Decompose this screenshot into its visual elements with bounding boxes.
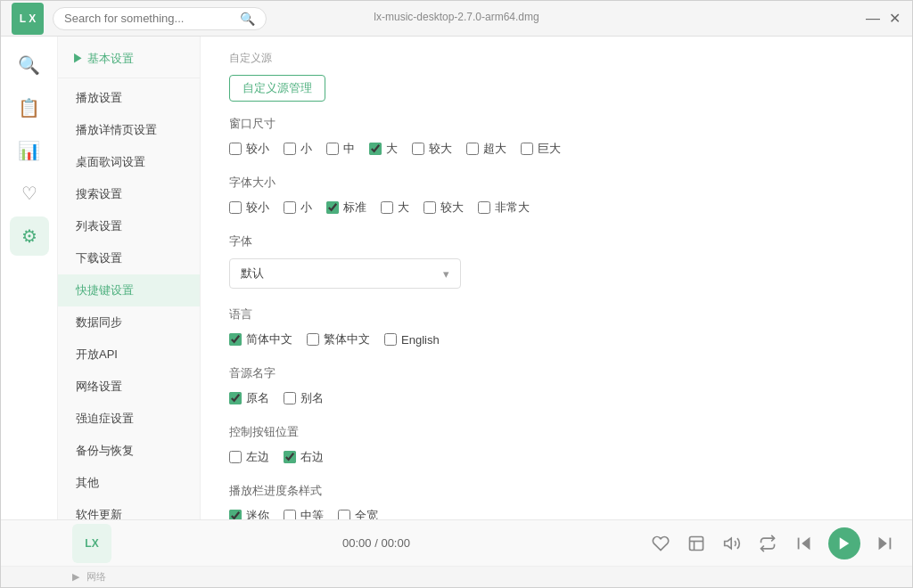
nav-item-sync[interactable]: 数据同步 bbox=[58, 306, 200, 339]
window-size-option-5[interactable]: 超大 bbox=[466, 141, 506, 157]
like-button[interactable] bbox=[648, 531, 673, 556]
font-size-option-4[interactable]: 较大 bbox=[424, 200, 464, 216]
nav-item-search[interactable]: 搜索设置 bbox=[58, 178, 200, 210]
font-size-cb-5[interactable] bbox=[478, 201, 490, 214]
nav-item-download[interactable]: 下载设置 bbox=[58, 242, 200, 274]
language-label: 语言 bbox=[229, 306, 884, 323]
close-button[interactable]: ✕ bbox=[887, 12, 901, 26]
control-position-cb-1[interactable] bbox=[284, 451, 296, 463]
language-option-0[interactable]: 简体中文 bbox=[229, 331, 292, 347]
custom-source-button[interactable]: 自定义源管理 bbox=[229, 75, 325, 102]
nav-item-desktop-lyrics[interactable]: 桌面歌词设置 bbox=[58, 146, 200, 178]
font-selected-value: 默认 bbox=[241, 265, 264, 282]
font-size-cb-2[interactable] bbox=[326, 201, 339, 214]
window-size-option-6[interactable]: 巨大 bbox=[521, 141, 561, 157]
sidebar-icon-chart[interactable]: 📊 bbox=[10, 131, 49, 170]
window-size-cb-4[interactable] bbox=[412, 143, 424, 155]
play-button[interactable] bbox=[828, 527, 860, 559]
control-position-options: 左边 右边 bbox=[229, 449, 884, 465]
window-size-option-1[interactable]: 小 bbox=[284, 141, 312, 157]
window-size-cb-3[interactable] bbox=[369, 143, 382, 155]
font-select[interactable]: 默认 ▾ bbox=[229, 258, 461, 289]
nav-group-title[interactable]: ▶ 基本设置 bbox=[58, 44, 200, 74]
language-option-2[interactable]: English bbox=[384, 333, 440, 347]
window-size-label: 窗口尺寸 bbox=[229, 116, 884, 132]
titlebar: L X 🔍 lx-music-desktop-2.7.0-arm64.dmg —… bbox=[1, 1, 912, 37]
sidebar-icon-search[interactable]: 🔍 bbox=[10, 45, 49, 85]
nav-item-list[interactable]: 列表设置 bbox=[58, 210, 200, 242]
nav-item-shortcut[interactable]: 快捷键设置 bbox=[58, 274, 200, 306]
language-option-1[interactable]: 繁体中文 bbox=[307, 331, 370, 347]
search-input[interactable] bbox=[64, 12, 234, 25]
repeat-button[interactable] bbox=[755, 531, 780, 556]
window-size-option-4[interactable]: 较大 bbox=[412, 141, 452, 157]
svg-rect-0 bbox=[690, 536, 703, 550]
prev-button[interactable] bbox=[791, 530, 818, 557]
nav-item-api[interactable]: 开放API bbox=[58, 339, 200, 371]
window-size-cb-6[interactable] bbox=[521, 143, 533, 155]
sidebar-icon-library[interactable]: 📋 bbox=[10, 88, 49, 127]
lyrics-button[interactable] bbox=[684, 531, 709, 556]
progress-bar-group: 播放栏进度条样式 迷你 中等 全宽 bbox=[229, 483, 884, 519]
source-name-option-1[interactable]: 别名 bbox=[284, 390, 324, 406]
svg-marker-7 bbox=[879, 536, 887, 550]
font-size-option-3[interactable]: 大 bbox=[381, 200, 409, 216]
font-size-option-0[interactable]: 较小 bbox=[229, 200, 269, 216]
nav-item-play[interactable]: 播放设置 bbox=[58, 82, 200, 114]
source-name-cb-0[interactable] bbox=[229, 392, 242, 404]
progress-bar-cb-2[interactable] bbox=[338, 510, 350, 519]
language-cb-0[interactable] bbox=[229, 333, 242, 346]
language-cb-2[interactable] bbox=[384, 333, 397, 346]
font-label: 字体 bbox=[229, 233, 884, 249]
window-size-option-3[interactable]: 大 bbox=[369, 141, 398, 157]
volume-button[interactable] bbox=[720, 531, 744, 556]
font-size-option-1[interactable]: 小 bbox=[284, 200, 312, 216]
progress-bar-option-0[interactable]: 迷你 bbox=[229, 508, 269, 519]
breadcrumb-network[interactable]: 网络 bbox=[86, 570, 106, 584]
window-size-options: 较小 小 中 大 较大 超大 巨大 bbox=[229, 141, 884, 157]
font-size-cb-3[interactable] bbox=[381, 201, 393, 214]
language-cb-1[interactable] bbox=[307, 333, 319, 346]
control-position-option-0[interactable]: 左边 bbox=[229, 449, 269, 465]
font-size-cb-4[interactable] bbox=[424, 201, 436, 214]
window-size-option-0[interactable]: 较小 bbox=[229, 141, 269, 157]
main-window: L X 🔍 lx-music-desktop-2.7.0-arm64.dmg —… bbox=[0, 0, 913, 588]
sidebar-icon-heart[interactable]: ♡ bbox=[10, 174, 49, 213]
window-size-option-2[interactable]: 中 bbox=[326, 141, 355, 157]
search-bar[interactable]: 🔍 bbox=[53, 7, 267, 30]
nav-item-update[interactable]: 软件更新 bbox=[58, 499, 200, 519]
font-size-option-2[interactable]: 标准 bbox=[326, 200, 366, 216]
settings-content: 自定义源 自定义源管理 窗口尺寸 较小 小 中 大 较大 超大 巨大 字体大小 bbox=[201, 37, 912, 519]
font-size-cb-0[interactable] bbox=[229, 201, 242, 214]
progress-bar-option-1[interactable]: 中等 bbox=[284, 508, 324, 519]
control-position-option-1[interactable]: 右边 bbox=[284, 449, 324, 465]
window-size-cb-1[interactable] bbox=[284, 143, 296, 155]
sidebar-icon-settings[interactable]: ⚙ bbox=[10, 216, 49, 256]
source-name-cb-1[interactable] bbox=[284, 392, 296, 404]
titlebar-controls: — ✕ bbox=[866, 12, 901, 26]
next-button[interactable] bbox=[871, 530, 898, 557]
minimize-button[interactable]: — bbox=[866, 12, 880, 26]
progress-bar-cb-0[interactable] bbox=[229, 510, 242, 519]
window-size-cb-0[interactable] bbox=[229, 143, 242, 155]
player-left: LX bbox=[72, 524, 122, 563]
search-icon: 🔍 bbox=[240, 12, 255, 26]
window-size-cb-5[interactable] bbox=[466, 143, 479, 155]
breadcrumb-arrow: ▶ bbox=[72, 571, 79, 583]
nav-item-network[interactable]: 网络设置 bbox=[58, 371, 200, 403]
nav-item-play-detail[interactable]: 播放详情页设置 bbox=[58, 114, 200, 146]
progress-bar-cb-1[interactable] bbox=[284, 510, 296, 519]
control-position-label: 控制按钮位置 bbox=[229, 424, 884, 440]
font-size-cb-1[interactable] bbox=[284, 201, 296, 214]
source-name-option-0[interactable]: 原名 bbox=[229, 390, 269, 406]
progress-bar-option-2[interactable]: 全宽 bbox=[338, 508, 378, 519]
control-position-cb-0[interactable] bbox=[229, 451, 242, 463]
dropdown-arrow: ▾ bbox=[443, 267, 449, 281]
nav-item-ocd[interactable]: 强迫症设置 bbox=[58, 403, 200, 435]
main-layout: 🔍 📋 📊 ♡ ⚙ ▶ 基本设置 播放设置 播放详情页设置 桌面歌词设置 搜索设… bbox=[1, 37, 912, 519]
font-size-option-5[interactable]: 非常大 bbox=[478, 200, 530, 216]
bottom-bar: ▶ 网络 bbox=[1, 566, 912, 587]
nav-item-other[interactable]: 其他 bbox=[58, 467, 200, 499]
nav-item-backup[interactable]: 备份与恢复 bbox=[58, 435, 200, 467]
window-size-cb-2[interactable] bbox=[326, 143, 339, 155]
